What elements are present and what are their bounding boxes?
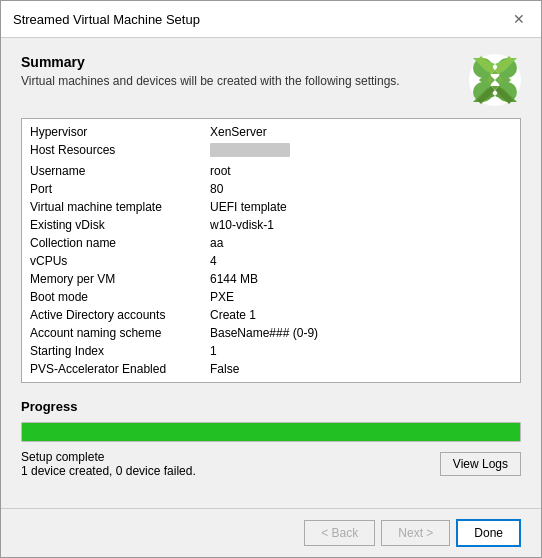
summary-table: HypervisorXenServerHost ResourcesUsernam… — [21, 118, 521, 383]
table-row: Account naming schemeBaseName### (0-9) — [30, 324, 512, 342]
row-value: root — [210, 164, 512, 178]
table-row: Host Resources — [30, 141, 512, 162]
row-label: Virtual machine template — [30, 200, 210, 214]
row-value: UEFI template — [210, 200, 512, 214]
progress-line1: Setup complete — [21, 450, 196, 464]
table-row: Existing vDiskw10-vdisk-1 — [30, 216, 512, 234]
row-label: Starting Index — [30, 344, 210, 358]
row-label: Hypervisor — [30, 125, 210, 139]
row-label: Collection name — [30, 236, 210, 250]
row-label: PVS-Accelerator Enabled — [30, 362, 210, 376]
progress-status-row: Setup complete 1 device created, 0 devic… — [21, 450, 521, 478]
row-label: Account naming scheme — [30, 326, 210, 340]
header-row: Summary Virtual machines and devices wil… — [21, 54, 521, 106]
progress-bar-background — [21, 422, 521, 442]
row-value: 4 — [210, 254, 512, 268]
table-row: vCPUs4 — [30, 252, 512, 270]
row-label: Memory per VM — [30, 272, 210, 286]
table-row: HypervisorXenServer — [30, 123, 512, 141]
next-button[interactable]: Next > — [381, 520, 450, 546]
done-button[interactable]: Done — [456, 519, 521, 547]
row-value: XenServer — [210, 125, 512, 139]
row-label: Boot mode — [30, 290, 210, 304]
row-label: Existing vDisk — [30, 218, 210, 232]
row-value — [210, 143, 512, 160]
row-value: w10-vdisk-1 — [210, 218, 512, 232]
table-row: Collection nameaa — [30, 234, 512, 252]
row-label: Host Resources — [30, 143, 210, 160]
footer: < Back Next > Done — [1, 508, 541, 557]
row-value: False — [210, 362, 512, 376]
table-row: Port80 — [30, 180, 512, 198]
row-value: Create 1 — [210, 308, 512, 322]
table-row: Usernameroot — [30, 162, 512, 180]
row-value: 1 — [210, 344, 512, 358]
table-row: PVS-Accelerator EnabledFalse — [30, 360, 512, 378]
progress-section: Progress Setup complete 1 device created… — [21, 399, 521, 478]
row-value: 6144 MB — [210, 272, 512, 286]
header-left: Summary Virtual machines and devices wil… — [21, 54, 400, 88]
progress-title: Progress — [21, 399, 521, 414]
host-resource-value — [210, 143, 290, 157]
table-row: Memory per VM6144 MB — [30, 270, 512, 288]
row-label: Username — [30, 164, 210, 178]
row-value: BaseName### (0-9) — [210, 326, 512, 340]
table-row: Active Directory accountsCreate 1 — [30, 306, 512, 324]
row-value: 80 — [210, 182, 512, 196]
citrix-logo — [469, 54, 521, 106]
main-window: Streamed Virtual Machine Setup ✕ Summary… — [0, 0, 542, 558]
window-title: Streamed Virtual Machine Setup — [13, 12, 200, 27]
table-row: Virtual machine templateUEFI template — [30, 198, 512, 216]
row-value: PXE — [210, 290, 512, 304]
progress-status-text: Setup complete 1 device created, 0 devic… — [21, 450, 196, 478]
row-label: Active Directory accounts — [30, 308, 210, 322]
close-button[interactable]: ✕ — [509, 9, 529, 29]
summary-description: Virtual machines and devices will be cre… — [21, 74, 400, 88]
row-label: Port — [30, 182, 210, 196]
row-label: vCPUs — [30, 254, 210, 268]
back-button[interactable]: < Back — [304, 520, 375, 546]
title-bar: Streamed Virtual Machine Setup ✕ — [1, 1, 541, 38]
row-value: aa — [210, 236, 512, 250]
progress-line2: 1 device created, 0 device failed. — [21, 464, 196, 478]
table-row: Boot modePXE — [30, 288, 512, 306]
table-row: Starting Index1 — [30, 342, 512, 360]
content-area: Summary Virtual machines and devices wil… — [1, 38, 541, 508]
view-logs-button[interactable]: View Logs — [440, 452, 521, 476]
summary-title: Summary — [21, 54, 400, 70]
progress-bar-fill — [22, 423, 520, 441]
